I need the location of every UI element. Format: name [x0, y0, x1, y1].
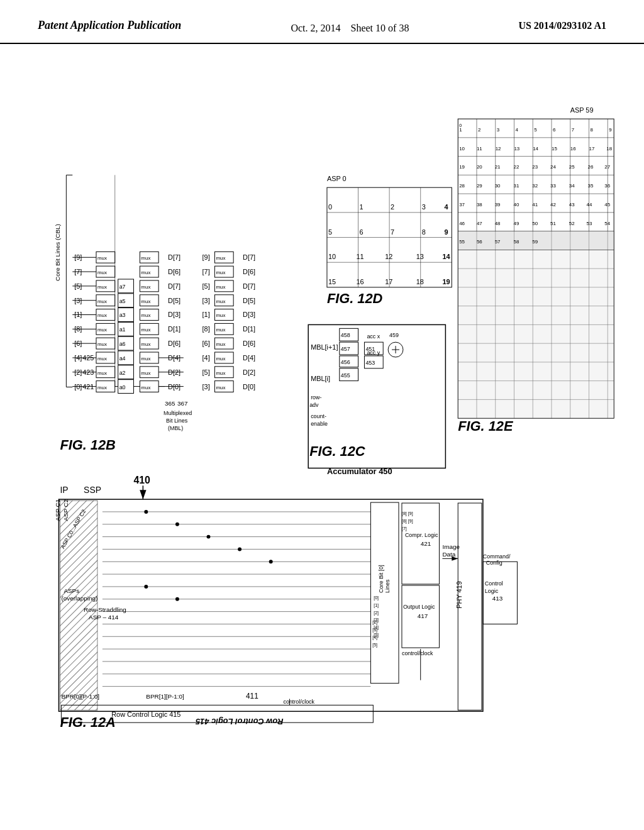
svg-text:30: 30 — [495, 183, 501, 189]
svg-text:[4]: [4] — [372, 635, 377, 640]
svg-text:enable: enable — [311, 421, 328, 427]
svg-text:ASP – 414: ASP – 414 — [89, 613, 119, 620]
svg-text:control/clock: control/clock — [402, 650, 433, 656]
svg-text:a2: a2 — [119, 369, 126, 375]
svg-text:413: 413 — [492, 594, 503, 601]
svg-text:mux: mux — [97, 341, 107, 347]
publication-title: Patent Application Publication — [38, 18, 181, 33]
svg-text:40: 40 — [513, 202, 519, 208]
svg-text:D[3]: D[3] — [168, 311, 180, 318]
svg-text:mux: mux — [97, 255, 107, 261]
svg-text:59: 59 — [532, 239, 538, 245]
svg-text:ASPs: ASPs — [64, 587, 79, 594]
svg-text:mux: mux — [97, 284, 107, 289]
svg-text:D[2]: D[2] — [243, 368, 255, 375]
svg-text:MBL[i+1]: MBL[i+1] — [311, 343, 338, 351]
svg-text:56: 56 — [477, 239, 482, 245]
svg-text:7: 7 — [572, 127, 574, 133]
svg-text:1: 1 — [360, 203, 364, 211]
svg-text:3: 3 — [497, 127, 500, 133]
svg-text:mux: mux — [97, 327, 107, 333]
svg-text:453: 453 — [365, 359, 375, 365]
svg-text:mux: mux — [216, 384, 225, 390]
svg-text:mux: mux — [216, 284, 225, 289]
svg-text:53: 53 — [587, 220, 592, 226]
svg-text:SSP: SSP — [84, 485, 101, 495]
svg-text:10: 10 — [328, 253, 336, 260]
svg-text:mux: mux — [216, 327, 225, 333]
svg-text:mux: mux — [141, 327, 150, 333]
svg-text:1: 1 — [459, 127, 462, 133]
svg-text:mux: mux — [141, 370, 150, 375]
svg-text:BPR[0][P-1:0]: BPR[0][P-1:0] — [61, 693, 99, 700]
svg-text:51: 51 — [550, 220, 556, 226]
svg-text:PHY 419: PHY 419 — [455, 581, 463, 608]
svg-text:FIG. 12D: FIG. 12D — [327, 290, 383, 306]
svg-text:39: 39 — [495, 202, 501, 208]
svg-text:Row Control Logic 415: Row Control Logic 415 — [111, 711, 180, 718]
svg-text:mux: mux — [97, 370, 107, 375]
svg-text:2: 2 — [478, 127, 480, 133]
svg-text:35: 35 — [588, 183, 594, 189]
svg-text:D[6]: D[6] — [168, 268, 180, 275]
patent-drawings: FIG. 12A IP SSP 410 ASP C1 ASP C2 ASP C0… — [19, 50, 625, 811]
svg-text:8: 8 — [590, 127, 593, 133]
svg-text:a5: a5 — [119, 297, 126, 304]
svg-point-75 — [144, 585, 148, 589]
svg-text:20: 20 — [477, 164, 482, 170]
svg-text:36: 36 — [604, 183, 610, 189]
svg-text:Control: Control — [485, 580, 503, 587]
svg-text:D[0]: D[0] — [243, 382, 255, 390]
svg-text:15: 15 — [552, 145, 557, 151]
drawing-content: FIG. 12A IP SSP 410 ASP C1 ASP C2 ASP C0… — [0, 44, 644, 817]
svg-text:11: 11 — [357, 253, 364, 260]
svg-text:6: 6 — [360, 228, 364, 235]
svg-text:455: 455 — [341, 372, 350, 378]
svg-point-76 — [175, 597, 179, 600]
publication-date: Oct. 2, 2014 — [291, 23, 340, 33]
svg-text:D[6]: D[6] — [168, 340, 180, 347]
svg-text:28: 28 — [459, 183, 465, 189]
svg-text:458: 458 — [341, 332, 350, 338]
svg-text:21: 21 — [495, 164, 501, 170]
svg-text:mux: mux — [216, 370, 225, 375]
svg-text:control/clock: control/clock — [284, 699, 315, 705]
svg-text:4: 4 — [515, 127, 518, 133]
sheet-info: Sheet 10 of 38 — [351, 23, 409, 33]
page-header: Patent Application Publication Oct. 2, 2… — [0, 0, 644, 44]
svg-text:a3: a3 — [119, 312, 126, 318]
svg-text:34: 34 — [569, 183, 575, 189]
svg-text:D[6]: D[6] — [243, 268, 255, 275]
svg-text:D[6]: D[6] — [243, 340, 255, 347]
patent-number: US 2014/0293102 A1 — [518, 18, 606, 31]
publication-date-sheet: Oct. 2, 2014 Sheet 10 of 38 — [291, 18, 409, 36]
svg-text:[9]: [9] — [408, 511, 413, 516]
svg-text:16: 16 — [570, 145, 576, 151]
svg-text:[2]: [2] — [374, 610, 379, 615]
svg-text:BPR[1][P-1:0]: BPR[1][P-1:0] — [146, 693, 184, 700]
svg-text:4: 4 — [444, 203, 448, 211]
svg-text:IP: IP — [60, 485, 68, 495]
svg-text:17: 17 — [385, 278, 392, 285]
svg-text:14: 14 — [442, 253, 450, 260]
svg-text:5: 5 — [328, 228, 332, 235]
svg-text:ASP 59: ASP 59 — [570, 106, 594, 114]
svg-text:mux: mux — [141, 284, 150, 289]
svg-text:adv: adv — [309, 402, 319, 408]
svg-text:456: 456 — [341, 358, 350, 365]
svg-text:[5]: [5] — [203, 368, 210, 375]
svg-text:6: 6 — [553, 127, 556, 133]
svg-text:FIG. 12C: FIG. 12C — [309, 443, 365, 458]
svg-text:[7]: [7] — [402, 526, 407, 531]
svg-text:Logic: Logic — [485, 587, 499, 594]
svg-text:18: 18 — [416, 278, 424, 285]
svg-text:D[7]: D[7] — [243, 253, 255, 261]
svg-text:mux: mux — [141, 270, 150, 275]
svg-text:a7: a7 — [119, 283, 126, 289]
svg-text:0: 0 — [328, 203, 332, 211]
main-svg: FIG. 12A IP SSP 410 ASP C1 ASP C2 ASP C0… — [19, 50, 625, 811]
svg-text:2: 2 — [391, 203, 394, 211]
svg-text:Lines: Lines — [384, 579, 391, 593]
svg-text:15: 15 — [328, 278, 336, 285]
svg-text:D[1]: D[1] — [168, 325, 180, 333]
